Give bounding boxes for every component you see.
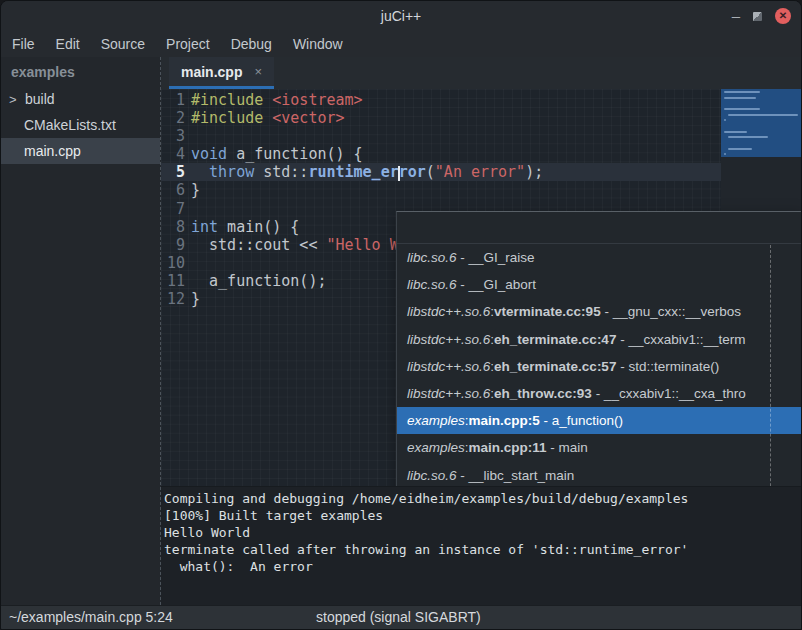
- line-number: 10: [161, 254, 185, 272]
- tree-item-build[interactable]: >build: [1, 86, 160, 112]
- backtrace-segment: - main: [547, 440, 588, 455]
- backtrace-segment: libc.so.6: [407, 277, 457, 292]
- code-token: }: [191, 181, 200, 199]
- code-token: a_function();: [191, 272, 326, 290]
- menu-item-debug[interactable]: Debug: [222, 33, 281, 55]
- maximize-button[interactable]: [753, 12, 762, 21]
- backtrace-segment: - __cxxabiv1::__term: [616, 332, 745, 347]
- menu-item-file[interactable]: File: [3, 33, 44, 55]
- code-token: void: [191, 145, 227, 163]
- code-token: (: [426, 163, 435, 181]
- terminal-line: what(): An error: [164, 558, 801, 575]
- minimap-line: [724, 153, 726, 155]
- backtrace-segment: - __GI_raise: [457, 250, 535, 265]
- code-line[interactable]: 3: [161, 127, 721, 145]
- code-line[interactable]: 1#include <iostream>: [161, 91, 721, 109]
- code-token: #include: [191, 109, 263, 127]
- code-token: "Hello W: [326, 236, 398, 254]
- backtrace-segment: eh_throw.cc:93: [494, 386, 592, 401]
- code-token: main() {: [218, 218, 299, 236]
- backtrace-segment: eh_terminate.cc:57: [494, 359, 616, 374]
- minimize-button[interactable]: –: [732, 11, 740, 21]
- backtrace-item[interactable]: examples:main.cpp:11 - main: [397, 434, 801, 461]
- code-token: throw: [209, 163, 254, 181]
- line-number: 1: [161, 91, 185, 109]
- file-tree: >buildCMakeLists.txtmain.cpp: [1, 86, 160, 164]
- minimap-line: [724, 108, 760, 110]
- backtrace-popup: libc.so.6 - __GI_raiselibc.so.6 - __GI_a…: [396, 211, 801, 486]
- backtrace-item[interactable]: libstdc++.so.6:vterminate.cc:95 - __gnu_…: [397, 298, 801, 325]
- backtrace-segment: eh_terminate.cc:47: [494, 332, 616, 347]
- line-number: 3: [161, 127, 185, 145]
- code-line[interactable]: 4void a_function() {: [161, 145, 721, 163]
- code-token: <iostream>: [272, 91, 362, 109]
- backtrace-segment: libc.so.6: [407, 250, 457, 265]
- minimap-line: [728, 136, 768, 138]
- titlebar[interactable]: juCi++ – ✕: [1, 1, 801, 31]
- backtrace-segment: libstdc++.so.6: [407, 304, 490, 319]
- tabbar: main.cpp ×: [161, 57, 801, 89]
- code-line[interactable]: 2#include <vector>: [161, 109, 721, 127]
- minimap-line: [724, 131, 747, 133]
- window-title: juCi++: [381, 8, 421, 24]
- backtrace-item[interactable]: libc.so.6 - __GI_raise: [397, 244, 801, 271]
- backtrace-item[interactable]: libstdc++.so.6:eh_terminate.cc:47 - __cx…: [397, 326, 801, 353]
- code-token: std::cout <<: [191, 236, 326, 254]
- code-line[interactable]: 5 throw std::runtime_error("An error");: [161, 163, 721, 181]
- content: examples >buildCMakeLists.txtmain.cpp ma…: [1, 57, 801, 605]
- terminal-line: terminate called after throwing an insta…: [164, 541, 801, 558]
- tree-item-label: CMakeLists.txt: [24, 117, 116, 133]
- statusbar: ~/examples/main.cpp 5:24 stopped (signal…: [1, 605, 801, 629]
- backtrace-segment: main.cpp:5: [469, 413, 540, 428]
- terminal-output[interactable]: Compiling and debugging /home/eidheim/ex…: [161, 486, 801, 605]
- line-number: 2: [161, 109, 185, 127]
- menu-item-project[interactable]: Project: [157, 33, 219, 55]
- project-name-header: examples: [1, 57, 160, 86]
- backtrace-item[interactable]: libc.so.6 - __GI_abort: [397, 271, 801, 298]
- backtrace-segment: examples: [407, 413, 465, 428]
- status-debug-state: stopped (signal SIGABRT): [316, 609, 481, 625]
- backtrace-segment: - __cxxabiv1::__cxa_thro: [592, 386, 746, 401]
- line-number: 9: [161, 236, 185, 254]
- tree-item-main-cpp[interactable]: main.cpp: [1, 138, 160, 164]
- backtrace-segment: - a_function(): [540, 413, 623, 428]
- code-token: }: [191, 290, 200, 308]
- backtrace-item[interactable]: libstdc++.so.6:eh_terminate.cc:57 - std:…: [397, 353, 801, 380]
- chevron-right-icon[interactable]: >: [9, 92, 25, 107]
- tree-item-label: main.cpp: [24, 143, 81, 159]
- line-number: 7: [161, 200, 185, 218]
- code-line[interactable]: 6}: [161, 181, 721, 199]
- tab-main-cpp[interactable]: main.cpp ×: [169, 57, 274, 89]
- backtrace-segment: libc.so.6: [407, 468, 457, 483]
- line-number: 5: [161, 163, 185, 181]
- menu-item-edit[interactable]: Edit: [47, 33, 89, 55]
- tree-item-cmakelists-txt[interactable]: CMakeLists.txt: [1, 112, 160, 138]
- backtrace-item[interactable]: libc.so.6 - __libc_start_main: [397, 462, 801, 487]
- tree-item-label: build: [25, 91, 55, 107]
- backtrace-segment: libstdc++.so.6: [407, 359, 490, 374]
- minimap-line: [724, 97, 756, 99]
- menu-item-window[interactable]: Window: [284, 33, 352, 55]
- code-token: ror: [399, 163, 426, 181]
- backtrace-segment: vterminate.cc:95: [494, 304, 601, 319]
- code-token: int: [191, 218, 218, 236]
- minimap[interactable]: [721, 89, 801, 157]
- minimap-line: [728, 148, 753, 150]
- terminal-line: Hello World: [164, 524, 801, 541]
- line-number: 6: [161, 181, 185, 199]
- file-tree-sidebar: examples >buildCMakeLists.txtmain.cpp: [1, 57, 161, 605]
- backtrace-item[interactable]: libstdc++.so.6:eh_throw.cc:93 - __cxxabi…: [397, 380, 801, 407]
- menubar: FileEditSourceProjectDebugWindow: [1, 31, 801, 57]
- backtrace-segment: main.cpp:11: [469, 440, 547, 455]
- tab-close-icon[interactable]: ×: [254, 64, 262, 79]
- code-editor[interactable]: 1#include <iostream>2#include <vector>34…: [161, 89, 801, 486]
- backtrace-item[interactable]: examples:main.cpp:5 - a_function(): [397, 407, 801, 434]
- backtrace-segment: - __libc_start_main: [457, 468, 575, 483]
- code-token: #include: [191, 91, 263, 109]
- status-file-position: ~/examples/main.cpp 5:24: [9, 609, 173, 625]
- code-token: <vector>: [272, 109, 344, 127]
- terminal-line: [100%] Built target examples: [164, 507, 801, 524]
- backtrace-popup-header: [397, 212, 801, 244]
- close-button[interactable]: ✕: [775, 8, 791, 24]
- menu-item-source[interactable]: Source: [92, 33, 154, 55]
